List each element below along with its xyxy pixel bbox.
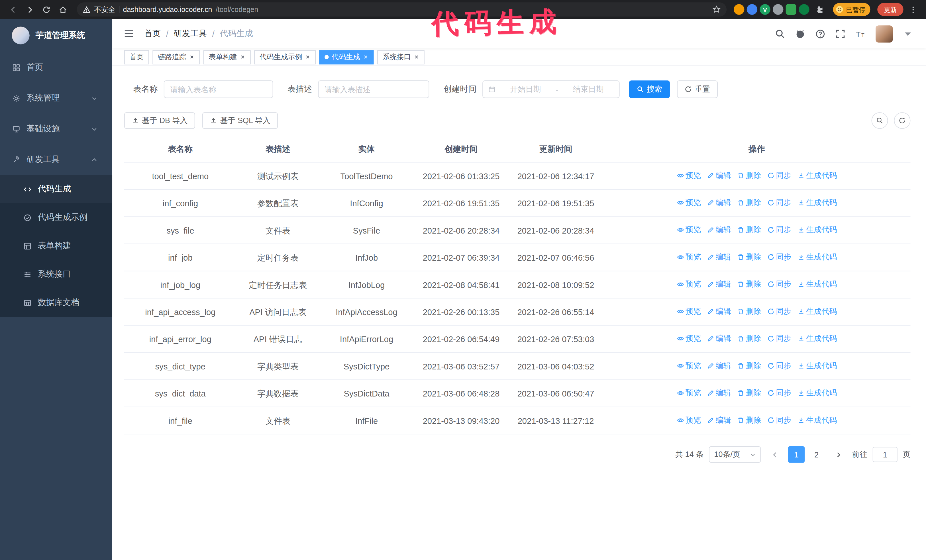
tab[interactable]: 系统接口 <box>377 50 425 64</box>
action-delete-link[interactable]: 删除 <box>737 414 761 427</box>
import-db-button[interactable]: 基于 DB 导入 <box>124 112 195 129</box>
action-delete-link[interactable]: 删除 <box>737 278 761 291</box>
prev-page-button[interactable] <box>766 446 783 463</box>
action-edit-link[interactable]: 编辑 <box>707 196 731 209</box>
extension-icon[interactable] <box>786 4 796 15</box>
action-download-link[interactable]: 生成代码 <box>797 386 837 400</box>
action-eye-link[interactable]: 预览 <box>677 305 701 318</box>
sidebar-subitem[interactable]: 数据库文档 <box>0 288 112 317</box>
search-icon[interactable] <box>775 29 785 39</box>
chevron-down-icon[interactable] <box>903 29 913 39</box>
action-edit-link[interactable]: 编辑 <box>707 386 731 400</box>
action-delete-link[interactable]: 删除 <box>737 386 761 400</box>
extension-icon[interactable] <box>799 4 809 15</box>
action-download-link[interactable]: 生成代码 <box>797 169 837 182</box>
action-download-link[interactable]: 生成代码 <box>797 305 837 318</box>
action-edit-link[interactable]: 编辑 <box>707 332 731 345</box>
profile-paused-badge[interactable]: 已暂停 <box>833 3 870 16</box>
action-edit-link[interactable]: 编辑 <box>707 305 731 318</box>
sidebar-item[interactable]: 基础设施 <box>0 113 112 144</box>
extension-icon[interactable] <box>773 4 783 15</box>
action-delete-link[interactable]: 删除 <box>737 251 761 264</box>
sidebar-subitem[interactable]: 系统接口 <box>0 260 112 288</box>
sidebar-subitem[interactable]: 代码生成示例 <box>0 203 112 232</box>
table-name-input[interactable] <box>164 80 273 98</box>
sidebar-item[interactable]: 首页 <box>0 52 112 83</box>
action-eye-link[interactable]: 预览 <box>677 386 701 400</box>
breadcrumb-item[interactable]: 研发工具 <box>174 29 207 39</box>
page-size-select[interactable]: 10条/页 <box>709 446 761 463</box>
security-label[interactable]: 不安全 <box>94 5 115 15</box>
search-button[interactable]: 搜索 <box>629 80 670 98</box>
action-delete-link[interactable]: 删除 <box>737 332 761 345</box>
goto-page-input[interactable] <box>873 447 897 462</box>
page-number-button[interactable]: 2 <box>808 446 825 463</box>
action-sync-link[interactable]: 同步 <box>767 332 791 345</box>
action-download-link[interactable]: 生成代码 <box>797 223 837 236</box>
action-eye-link[interactable]: 预览 <box>677 196 701 209</box>
browser-back-button[interactable] <box>6 2 20 17</box>
action-download-link[interactable]: 生成代码 <box>797 278 837 291</box>
extensions-puzzle-icon[interactable] <box>812 2 826 17</box>
sidebar-item[interactable]: 研发工具 <box>0 144 112 175</box>
action-delete-link[interactable]: 删除 <box>737 196 761 209</box>
tab[interactable]: 代码生成 <box>319 50 374 64</box>
action-delete-link[interactable]: 删除 <box>737 169 761 182</box>
action-download-link[interactable]: 生成代码 <box>797 414 837 427</box>
action-eye-link[interactable]: 预览 <box>677 251 701 264</box>
action-download-link[interactable]: 生成代码 <box>797 251 837 264</box>
page-number-button[interactable]: 1 <box>788 446 805 463</box>
breadcrumb-item[interactable]: 首页 <box>144 29 161 39</box>
close-icon[interactable] <box>414 54 419 60</box>
action-eye-link[interactable]: 预览 <box>677 223 701 236</box>
action-delete-link[interactable]: 删除 <box>737 359 761 373</box>
action-eye-link[interactable]: 预览 <box>677 278 701 291</box>
close-icon[interactable] <box>240 54 245 60</box>
github-icon[interactable] <box>795 29 805 39</box>
sidebar-subitem[interactable]: 代码生成 <box>0 175 112 203</box>
sidebar-subitem[interactable]: 表单构建 <box>0 232 112 260</box>
action-edit-link[interactable]: 编辑 <box>707 359 731 373</box>
import-sql-button[interactable]: 基于 SQL 导入 <box>202 112 278 129</box>
action-delete-link[interactable]: 删除 <box>737 305 761 318</box>
action-eye-link[interactable]: 预览 <box>677 359 701 373</box>
address-bar[interactable]: 不安全 dashboard.yudao.iocoder.cn/tool/code… <box>77 2 726 17</box>
next-page-button[interactable] <box>830 446 846 463</box>
sidebar-item[interactable]: 系统管理 <box>0 83 112 114</box>
browser-menu-icon[interactable] <box>906 2 920 17</box>
action-sync-link[interactable]: 同步 <box>767 223 791 236</box>
tab[interactable]: 表单构建 <box>203 50 251 64</box>
browser-reload-button[interactable] <box>39 2 53 17</box>
action-download-link[interactable]: 生成代码 <box>797 359 837 373</box>
browser-update-button[interactable]: 更新 <box>877 3 903 16</box>
date-range-picker[interactable]: 开始日期 - 结束日期 <box>483 80 619 98</box>
close-icon[interactable] <box>363 54 368 60</box>
close-icon[interactable] <box>189 54 195 60</box>
font-size-icon[interactable]: TT <box>856 29 865 39</box>
action-download-link[interactable]: 生成代码 <box>797 196 837 209</box>
extension-icon[interactable] <box>734 4 744 15</box>
close-icon[interactable] <box>305 54 310 60</box>
action-sync-link[interactable]: 同步 <box>767 386 791 400</box>
action-edit-link[interactable]: 编辑 <box>707 251 731 264</box>
hamburger-icon[interactable] <box>123 28 135 40</box>
reset-button[interactable]: 重置 <box>677 80 718 98</box>
extension-icon[interactable] <box>747 4 757 15</box>
action-eye-link[interactable]: 预览 <box>677 414 701 427</box>
help-icon[interactable] <box>815 29 825 39</box>
bookmark-star-icon[interactable] <box>712 5 720 14</box>
toggle-search-button[interactable] <box>872 112 888 129</box>
tab[interactable]: 链路追踪 <box>153 50 200 64</box>
refresh-table-button[interactable] <box>894 112 910 129</box>
action-sync-link[interactable]: 同步 <box>767 305 791 318</box>
action-edit-link[interactable]: 编辑 <box>707 278 731 291</box>
tab[interactable]: 代码生成示例 <box>254 50 316 64</box>
action-edit-link[interactable]: 编辑 <box>707 169 731 182</box>
app-logo[interactable]: 芋道管理系统 <box>0 19 112 52</box>
action-sync-link[interactable]: 同步 <box>767 196 791 209</box>
action-download-link[interactable]: 生成代码 <box>797 332 837 345</box>
action-eye-link[interactable]: 预览 <box>677 332 701 345</box>
user-avatar[interactable] <box>876 25 893 42</box>
action-sync-link[interactable]: 同步 <box>767 278 791 291</box>
action-delete-link[interactable]: 删除 <box>737 223 761 236</box>
